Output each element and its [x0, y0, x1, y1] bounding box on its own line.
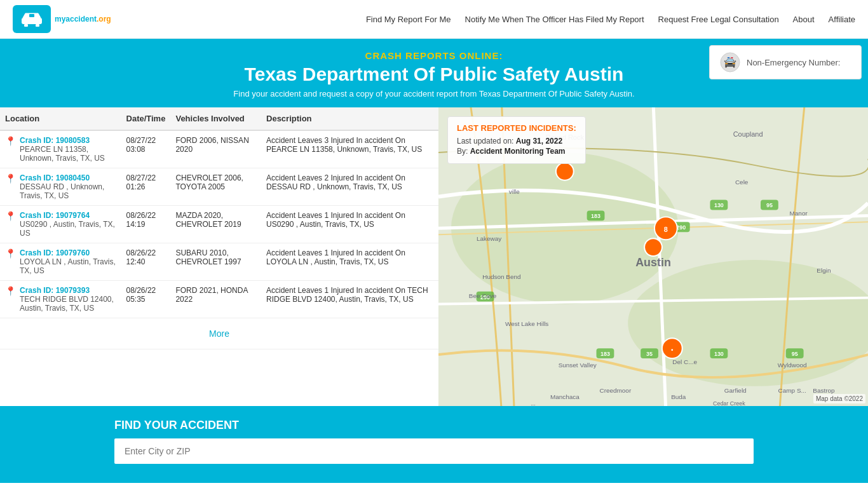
nav-notify[interactable]: Notify Me When The Officer Has Filed My … [465, 15, 644, 24]
last-reported-by: By: Accident Monitoring Team [457, 147, 576, 156]
logo-text: myaccident.org [55, 15, 111, 24]
svg-text:130: 130 [714, 351, 724, 357]
navbar: myaccident.org Find My Report For Me Not… [0, 0, 868, 39]
nav-find-report[interactable]: Find My Report For Me [366, 15, 451, 24]
location-text-4: TECH RIDGE BLVD 12400, Austin, Travis, T… [20, 295, 114, 313]
crash-id-link-1[interactable]: Crash ID: 19080450 [20, 173, 90, 182]
svg-text:Camp S...: Camp S... [778, 387, 806, 394]
location-pin-0: 📍 [5, 136, 16, 146]
nav-about[interactable]: About [793, 15, 815, 24]
location-pin-2: 📍 [5, 211, 16, 221]
nav-links: Find My Report For Me Notify Me When The… [366, 15, 855, 24]
cell-location-4: 📍 Crash ID: 19079393 TECH RIDGE BLVD 124… [0, 281, 121, 318]
hero-section: CRASH REPORTS ONLINE: Texas Department O… [0, 39, 868, 107]
cell-description-4: Accident Leaves 1 Injured In accident On… [261, 281, 438, 318]
svg-text:Cele: Cele [735, 179, 749, 186]
svg-text:Buda: Buda [671, 393, 686, 400]
cell-description-1: Accident Leaves 2 Injured In accident On… [261, 168, 438, 206]
hero-desc: Find your accident and request a copy of… [13, 89, 855, 98]
svg-point-54 [556, 163, 574, 180]
last-reported-box: LAST REPORTED INCIDENTS: Last updated on… [447, 116, 586, 164]
location-pin-3: 📍 [5, 248, 16, 259]
svg-text:Manor: Manor [790, 210, 808, 217]
logo-box [13, 5, 51, 33]
svg-text:Bastrop: Bastrop [813, 387, 835, 394]
location-pin-1: 📍 [5, 173, 16, 184]
col-vehicles: Vehicles Involved [170, 107, 261, 130]
find-accident-input[interactable] [114, 438, 754, 464]
svg-text:Cedar Creek: Cedar Creek [713, 400, 745, 406]
cell-vehicles-4: FORD 2021, HONDA 2022 [170, 281, 261, 318]
cell-description-2: Accident Leaves 1 Injured In accident On… [261, 206, 438, 243]
cell-location-0: 📍 Crash ID: 19080583 PEARCE LN 11358, Un… [0, 130, 121, 168]
table-row: 📍 Crash ID: 19079764 US0290 , Austin, Tr… [0, 206, 438, 243]
svg-text:Austin: Austin [635, 256, 671, 269]
location-text-3: LOYOLA LN , Austin, Travis, TX, US [20, 257, 116, 275]
svg-text:183: 183 [600, 351, 610, 357]
cell-vehicles-3: SUBARU 2010, CHEVROLET 1997 [170, 243, 261, 281]
location-pin-4: 📍 [5, 286, 16, 296]
cell-vehicles-1: CHEVROLET 2006, TOYOTA 2005 [170, 168, 261, 206]
cell-description-3: Accident Leaves 1 Injured In accident On… [261, 243, 438, 281]
table-row: 📍 Crash ID: 19080450 DESSAU RD , Unknown… [0, 168, 438, 206]
location-text-0: PEARCE LN 11358, Unknown, Travis, TX, US [20, 145, 105, 163]
svg-text:95: 95 [766, 202, 773, 208]
col-datetime: Date/Time [121, 107, 171, 130]
main-content: Location Date/Time Vehicles Involved Des… [0, 107, 868, 406]
nav-affiliate[interactable]: Affiliate [829, 15, 855, 24]
svg-text:Sunset Valley: Sunset Valley [559, 362, 597, 369]
svg-text:95: 95 [792, 351, 798, 357]
table-row: 📍 Crash ID: 19080583 PEARCE LN 11358, Un… [0, 130, 438, 168]
nav-legal[interactable]: Request Free Legal Consultation [658, 15, 779, 24]
svg-text:183: 183 [591, 213, 600, 219]
svg-text:West Lake Hills: West Lake Hills [505, 320, 548, 327]
non-emergency-box: 🚔 Non-Emergency Number: [709, 45, 862, 79]
col-location: Location [0, 107, 121, 130]
find-accident-title: FIND YOUR ACCIDENT [114, 419, 754, 432]
map-placeholder: 183 290 130 95 290 183 35 130 95 Austin [438, 107, 868, 406]
svg-text:Coupland: Coupland [733, 130, 763, 138]
map-section: 183 290 130 95 290 183 35 130 95 Austin [438, 107, 868, 406]
cell-vehicles-2: MAZDA 2020, CHEVROLET 2019 [170, 206, 261, 243]
svg-text:Elgin: Elgin [817, 267, 831, 274]
non-emergency-label: Non-Emergency Number: [747, 58, 840, 67]
svg-rect-3 [29, 14, 34, 17]
svg-text:130: 130 [714, 202, 724, 208]
svg-text:Bee Cave: Bee Cave [469, 292, 497, 299]
cell-datetime-4: 08/26/2205:35 [121, 281, 171, 318]
logo-area: myaccident.org [13, 5, 111, 33]
more-row: More [0, 318, 438, 349]
crash-id-link-0[interactable]: Crash ID: 19080583 [20, 136, 90, 145]
svg-text:8: 8 [664, 226, 668, 233]
find-accident-section: FIND YOUR ACCIDENT [0, 406, 868, 483]
cell-location-3: 📍 Crash ID: 19079760 LOYOLA LN , Austin,… [0, 243, 121, 281]
crash-id-link-2[interactable]: Crash ID: 19079764 [20, 211, 90, 220]
col-description: Description [261, 107, 438, 130]
svg-text:🚔: 🚔 [724, 56, 736, 68]
cell-datetime-2: 08/26/2214:19 [121, 206, 171, 243]
cell-location-2: 📍 Crash ID: 19079764 US0290 , Austin, Tr… [0, 206, 121, 243]
svg-text:Wyldwood: Wyldwood [778, 362, 807, 369]
table-section: Location Date/Time Vehicles Involved Des… [0, 107, 438, 406]
svg-text:Del C...e: Del C...e [672, 358, 697, 365]
svg-text:Creedmoor: Creedmoor [599, 387, 631, 394]
last-reported-updated: Last updated on: Aug 31, 2022 [457, 137, 576, 146]
crash-id-link-3[interactable]: Crash ID: 19079760 [20, 248, 90, 257]
svg-text:ville: ville [509, 188, 520, 195]
svg-point-57 [644, 238, 662, 256]
table-row: 📍 Crash ID: 19079760 LOYOLA LN , Austin,… [0, 243, 438, 281]
svg-text:Garfield: Garfield [724, 387, 747, 394]
svg-text:•: • [671, 346, 674, 353]
svg-text:Manchaca: Manchaca [550, 393, 580, 400]
incidents-table: Location Date/Time Vehicles Involved Des… [0, 107, 438, 349]
last-reported-title: LAST REPORTED INCIDENTS: [457, 123, 576, 133]
location-text-2: US0290 , Austin, Travis, TX, US [20, 220, 115, 238]
svg-text:Lakeway: Lakeway [477, 235, 501, 242]
cell-vehicles-0: FORD 2006, NISSAN 2020 [170, 130, 261, 168]
svg-text:...: ... [531, 400, 535, 406]
map-credit: Map data ©2022 [813, 394, 865, 403]
table-row: 📍 Crash ID: 19079393 TECH RIDGE BLVD 124… [0, 281, 438, 318]
cell-description-0: Accident Leaves 3 Injured In accident On… [261, 130, 438, 168]
crash-id-link-4[interactable]: Crash ID: 19079393 [20, 286, 90, 295]
more-link[interactable]: More [209, 329, 229, 339]
